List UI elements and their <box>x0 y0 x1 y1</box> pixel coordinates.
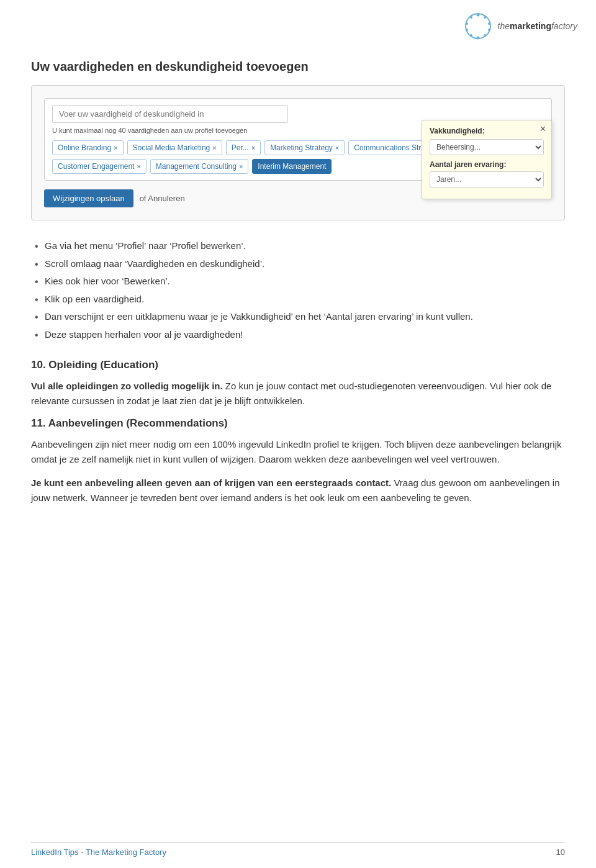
bullet-item-1: Ga via het menu ‘Profiel’ naar ‘Profiel … <box>31 239 565 253</box>
svg-point-9 <box>466 22 468 25</box>
svg-point-6 <box>476 37 479 40</box>
bullet-item-3: Kies ook hier voor ‘Bewerken’. <box>31 274 565 289</box>
main-content: Uw vaardigheden en deskundigheid toevoeg… <box>0 47 596 551</box>
cancel-link[interactable]: of Annuleren <box>140 194 185 203</box>
bullet-list: Ga via het menu ‘Profiel’ naar ‘Profiel … <box>31 239 565 341</box>
skill-tag-per[interactable]: Per... × <box>226 140 261 155</box>
jaren-select[interactable]: Jaren... <box>430 171 544 188</box>
remove-tag-icon[interactable]: × <box>137 163 140 170</box>
logo-factory: factory <box>551 21 577 31</box>
footer-left: LinkedIn Tips - The Marketing Factory <box>31 848 166 857</box>
popup-vakkundigheid-label: Vakkundigheid: <box>430 127 544 135</box>
ui-screenshot-box: ✕ Vakkundigheid: Beheersing... Aantal ja… <box>31 85 565 220</box>
logo-icon <box>463 11 493 41</box>
logo-the: the <box>498 21 510 31</box>
bullet-item-6: Deze stappen herhalen voor al je vaardig… <box>31 328 565 342</box>
skill-tag-management-consulting[interactable]: Management Consulting × <box>150 159 249 174</box>
svg-point-7 <box>470 34 472 37</box>
bullet-item-5: Dan verschijnt er een uitklapmenu waar j… <box>31 310 565 324</box>
logo-marketing: marketing <box>510 21 551 31</box>
logo-container: themarketingfactory <box>463 11 577 41</box>
svg-point-5 <box>484 34 486 37</box>
section11-para1: Aanbevelingen zijn niet meer nodig om ee… <box>31 437 565 467</box>
section10-heading: 10. Opleiding (Education) <box>31 359 565 371</box>
footer-right: 10 <box>556 848 565 857</box>
svg-point-1 <box>476 14 479 17</box>
remove-tag-icon[interactable]: × <box>251 144 255 151</box>
remove-tag-icon[interactable]: × <box>212 144 216 151</box>
svg-point-0 <box>466 14 490 38</box>
section11-para2: Je kunt een anbeveling alleen geven aan … <box>31 476 565 505</box>
svg-point-2 <box>484 16 486 19</box>
remove-tag-icon[interactable]: × <box>335 144 339 151</box>
beheersing-select[interactable]: Beheersing... <box>430 139 544 155</box>
bullet-item-2: Scroll omlaag naar ‘Vaardigheden en desk… <box>31 257 565 271</box>
bullet-item-4: Klik op een vaardigheid. <box>31 292 565 307</box>
skill-tag-interim-management[interactable]: Interim Management <box>252 159 332 174</box>
skill-tag-social-media-marketing[interactable]: Social Media Marketing × <box>127 140 222 155</box>
popup-close-icon[interactable]: ✕ <box>540 124 546 133</box>
remove-tag-icon[interactable]: × <box>114 144 117 151</box>
section-title: Uw vaardigheden en deskundigheid toevoeg… <box>31 60 565 74</box>
skill-tag-customer-engagement[interactable]: Customer Engagement × <box>52 159 147 174</box>
logo-text: themarketingfactory <box>498 21 577 32</box>
svg-point-8 <box>466 29 468 31</box>
svg-point-4 <box>488 29 490 31</box>
header: themarketingfactory <box>0 0 596 47</box>
section11-heading: 11. Aanbevelingen (Recommendations) <box>31 417 565 430</box>
skill-tag-marketing-strategy[interactable]: Marketing Strategy × <box>264 140 345 155</box>
remove-tag-icon[interactable]: × <box>239 163 243 170</box>
section10-para: Vul alle opleidingen zo volledig mogelij… <box>31 379 565 409</box>
skill-tag-online-branding[interactable]: Online Branding × <box>52 140 124 155</box>
svg-point-10 <box>470 16 472 19</box>
vakkundigheid-popup: ✕ Vakkundigheid: Beheersing... Aantal ja… <box>422 120 552 199</box>
svg-point-3 <box>488 22 490 25</box>
popup-jaren-label: Aantal jaren ervaring: <box>430 160 544 169</box>
save-button[interactable]: Wijzigingen opslaan <box>44 189 133 207</box>
page-footer: LinkedIn Tips - The Marketing Factory 10 <box>31 842 565 857</box>
skills-input[interactable] <box>52 105 288 123</box>
bullet-section: Ga via het menu ‘Profiel’ naar ‘Profiel … <box>31 239 565 341</box>
